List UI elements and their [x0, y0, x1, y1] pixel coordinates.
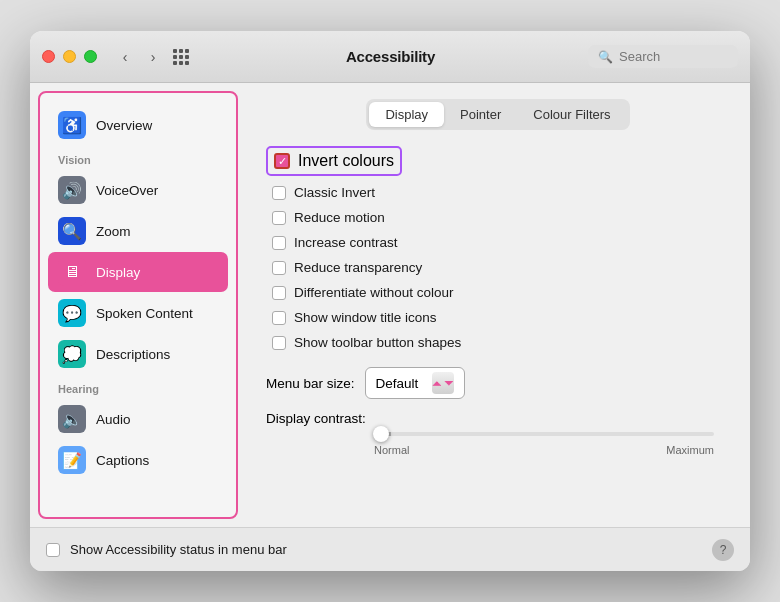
- tab-display[interactable]: Display: [369, 102, 444, 127]
- display-label: Display: [96, 265, 140, 280]
- main-panel: Display Pointer Colour Filters ✓ Invert …: [246, 83, 750, 527]
- increase-contrast-row: Increase contrast: [266, 230, 730, 255]
- content-area: ♿ Overview Vision 🔊 VoiceOver 🔍 Zoom 🖥 D…: [30, 83, 750, 527]
- slider-labels: Normal Maximum: [374, 444, 714, 456]
- maximize-button[interactable]: [84, 50, 97, 63]
- audio-label: Audio: [96, 412, 131, 427]
- slider-max-label: Maximum: [666, 444, 714, 456]
- settings-content: ✓ Invert colours Classic Invert Reduce m…: [266, 146, 730, 511]
- checkmark-icon: ✓: [278, 156, 287, 167]
- vision-section-label: Vision: [48, 146, 228, 170]
- differentiate-label: Differentiate without colour: [294, 285, 454, 300]
- sidebar-item-captions[interactable]: 📝 Captions: [48, 440, 228, 480]
- show-window-title-label: Show window title icons: [294, 310, 437, 325]
- select-arrow-icon: ⏶⏷: [432, 372, 454, 394]
- descriptions-icon: 💭: [58, 340, 86, 368]
- spoken-content-label: Spoken Content: [96, 306, 193, 321]
- window-title: Accessibility: [193, 48, 588, 65]
- close-button[interactable]: [42, 50, 55, 63]
- reduce-motion-checkbox[interactable]: [272, 211, 286, 225]
- status-bar-label: Show Accessibility status in menu bar: [70, 542, 287, 557]
- captions-icon: 📝: [58, 446, 86, 474]
- overview-label: Overview: [96, 118, 152, 133]
- overview-icon: ♿: [58, 111, 86, 139]
- display-icon: 🖥: [58, 258, 86, 286]
- classic-invert-label: Classic Invert: [294, 185, 375, 200]
- grid-button[interactable]: [169, 45, 193, 69]
- reduce-transparency-row: Reduce transparency: [266, 255, 730, 280]
- traffic-lights: [42, 50, 97, 63]
- main-window: ‹ › Accessibility 🔍 ♿ Overview Vision: [30, 31, 750, 571]
- display-contrast-label: Display contrast:: [266, 411, 366, 426]
- tab-colour-filters[interactable]: Colour Filters: [517, 102, 626, 127]
- show-toolbar-row: Show toolbar button shapes: [266, 330, 730, 355]
- zoom-icon: 🔍: [58, 217, 86, 245]
- slider-min-label: Normal: [374, 444, 409, 456]
- captions-label: Captions: [96, 453, 149, 468]
- forward-button[interactable]: ›: [141, 45, 165, 69]
- zoom-label: Zoom: [96, 224, 131, 239]
- audio-icon: 🔈: [58, 405, 86, 433]
- sidebar-item-overview[interactable]: ♿ Overview: [48, 105, 228, 145]
- contrast-slider-track[interactable]: [374, 432, 714, 436]
- status-bar-checkbox[interactable]: [46, 543, 60, 557]
- nav-buttons: ‹ ›: [113, 45, 165, 69]
- increase-contrast-label: Increase contrast: [294, 235, 398, 250]
- invert-colours-label: Invert colours: [298, 152, 394, 170]
- menu-bar-size-row: Menu bar size: Default ⏶⏷: [266, 367, 730, 399]
- minimize-button[interactable]: [63, 50, 76, 63]
- menu-bar-size-select[interactable]: Default ⏶⏷: [365, 367, 466, 399]
- grid-icon: [173, 49, 189, 65]
- classic-invert-row: Classic Invert: [266, 180, 730, 205]
- reduce-motion-label: Reduce motion: [294, 210, 385, 225]
- sidebar-item-voiceover[interactable]: 🔊 VoiceOver: [48, 170, 228, 210]
- tab-pointer[interactable]: Pointer: [444, 102, 517, 127]
- voiceover-icon: 🔊: [58, 176, 86, 204]
- differentiate-checkbox[interactable]: [272, 286, 286, 300]
- contrast-row: Display contrast: Normal Maximum: [266, 411, 730, 456]
- reduce-motion-row: Reduce motion: [266, 205, 730, 230]
- descriptions-label: Descriptions: [96, 347, 170, 362]
- back-button[interactable]: ‹: [113, 45, 137, 69]
- invert-colours-checkbox[interactable]: ✓: [274, 153, 290, 169]
- reduce-transparency-checkbox[interactable]: [272, 261, 286, 275]
- titlebar: ‹ › Accessibility 🔍: [30, 31, 750, 83]
- sidebar-item-audio[interactable]: 🔈 Audio: [48, 399, 228, 439]
- slider-container: [374, 432, 730, 436]
- reduce-transparency-label: Reduce transparency: [294, 260, 422, 275]
- increase-contrast-checkbox[interactable]: [272, 236, 286, 250]
- contrast-label-row: Display contrast:: [266, 411, 730, 426]
- voiceover-label: VoiceOver: [96, 183, 158, 198]
- show-toolbar-label: Show toolbar button shapes: [294, 335, 461, 350]
- bottom-bar: Show Accessibility status in menu bar ?: [30, 527, 750, 571]
- show-toolbar-checkbox[interactable]: [272, 336, 286, 350]
- search-input[interactable]: [619, 49, 728, 64]
- sidebar: ♿ Overview Vision 🔊 VoiceOver 🔍 Zoom 🖥 D…: [38, 91, 238, 519]
- sidebar-item-descriptions[interactable]: 💭 Descriptions: [48, 334, 228, 374]
- search-icon: 🔍: [598, 50, 613, 64]
- search-box[interactable]: 🔍: [588, 45, 738, 68]
- show-window-title-checkbox[interactable]: [272, 311, 286, 325]
- invert-colours-row: ✓ Invert colours: [266, 146, 402, 176]
- menu-bar-size-label: Menu bar size:: [266, 376, 355, 391]
- show-window-title-row: Show window title icons: [266, 305, 730, 330]
- tabs-bar: Display Pointer Colour Filters: [366, 99, 629, 130]
- classic-invert-checkbox[interactable]: [272, 186, 286, 200]
- sidebar-item-display[interactable]: 🖥 Display: [48, 252, 228, 292]
- spoken-content-icon: 💬: [58, 299, 86, 327]
- menu-bar-size-value: Default: [376, 376, 419, 391]
- help-button[interactable]: ?: [712, 539, 734, 561]
- hearing-section-label: Hearing: [48, 375, 228, 399]
- sidebar-item-spoken-content[interactable]: 💬 Spoken Content: [48, 293, 228, 333]
- differentiate-row: Differentiate without colour: [266, 280, 730, 305]
- sidebar-item-zoom[interactable]: 🔍 Zoom: [48, 211, 228, 251]
- contrast-slider-thumb[interactable]: [373, 426, 389, 442]
